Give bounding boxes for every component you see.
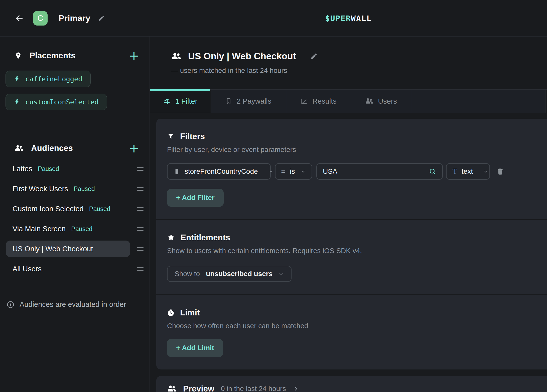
audience-row: Via Main Screen Paused <box>0 219 150 239</box>
tab-label: 2 Paywalls <box>237 97 271 105</box>
entitlements-section: Entitlements Show to users with certain … <box>156 219 547 294</box>
star-icon <box>167 234 175 242</box>
audience-item[interactable]: All Users <box>6 261 130 277</box>
value-input-wrap <box>316 163 443 180</box>
placement-chip[interactable]: customIconSelected <box>6 94 107 110</box>
add-filter-button[interactable]: + Add Filter <box>167 189 224 207</box>
chart-icon <box>300 97 308 105</box>
audience-label: First Week Users <box>13 185 68 193</box>
placement-chip[interactable]: caffeineLogged <box>6 71 91 87</box>
main-panel: US Only | Web Checkout — users matched i… <box>150 37 547 392</box>
logo-teal-part: $UPER <box>325 14 351 23</box>
tab-filter[interactable]: 1 Filter <box>150 90 211 113</box>
entitlements-title: Entitlements <box>181 233 230 242</box>
funnel-icon <box>167 133 175 140</box>
tab-paywalls[interactable]: 2 Paywalls <box>211 90 286 113</box>
drag-handle-icon[interactable] <box>137 167 144 171</box>
logo-white-part: WALL <box>351 14 372 23</box>
value-input[interactable] <box>323 167 424 175</box>
type-value: text <box>462 167 473 175</box>
show-to-dropdown[interactable]: Show to unsubscribed users <box>167 266 292 282</box>
tab-bar-filler <box>411 90 545 113</box>
audience-row: First Week Users Paused <box>0 179 150 199</box>
people-icon <box>365 98 373 105</box>
audience-row-selected: US Only | Web Checkout <box>0 239 150 259</box>
paused-badge: Paused <box>38 165 59 172</box>
top-bar: C Primary $UPERWALL <box>0 0 547 37</box>
audience-label: Lattes <box>13 165 32 173</box>
tab-label: Users <box>378 97 397 105</box>
tab-bar: 1 Filter 2 Paywalls Results Users <box>150 89 547 113</box>
drag-handle-icon[interactable] <box>137 247 144 251</box>
lightning-bolt-icon <box>14 98 20 105</box>
audience-label: All Users <box>13 265 42 273</box>
edit-pencil-icon[interactable] <box>310 53 318 60</box>
placements-title: Placements <box>30 51 75 60</box>
operator-value: is <box>290 167 295 175</box>
audience-item[interactable]: Via Main Screen Paused <box>6 221 130 237</box>
footnote-text: Audiences are evaluated in order <box>20 300 126 309</box>
drag-handle-icon[interactable] <box>137 187 144 191</box>
preview-count: 0 in the last 24 hours <box>221 385 286 392</box>
main-header: US Only | Web Checkout — users matched i… <box>150 37 547 75</box>
chevron-right-icon <box>293 385 299 392</box>
lightning-bolt-icon <box>14 75 20 82</box>
audience-item[interactable]: US Only | Web Checkout <box>6 241 130 257</box>
parameter-value: storeFrontCountryCode <box>185 167 258 175</box>
drag-handle-icon[interactable] <box>137 207 144 211</box>
drag-handle-icon[interactable] <box>137 267 144 271</box>
type-dropdown[interactable]: T text <box>446 163 490 180</box>
filters-section: Filters Filter by user, device or event … <box>156 119 547 219</box>
audience-label: Via Main Screen <box>13 225 66 233</box>
content-area: Filters Filter by user, device or event … <box>156 119 547 392</box>
matched-users-subtitle: — users matched in the last 24 hours <box>171 67 547 75</box>
audience-item[interactable]: Custom Icon Selected Paused <box>6 201 130 217</box>
people-icon <box>171 52 182 61</box>
audiences-title: Audiences <box>31 143 73 153</box>
chevron-down-icon <box>278 271 284 277</box>
audience-label: Custom Icon Selected <box>13 205 84 213</box>
placement-name: caffeineLogged <box>25 75 82 83</box>
parameter-dropdown[interactable]: storeFrontCountryCode <box>167 163 271 180</box>
info-icon <box>7 301 15 309</box>
filters-title: Filters <box>180 132 205 141</box>
avatar[interactable]: C <box>33 11 48 26</box>
placement-name: customIconSelected <box>25 98 99 106</box>
add-placement-button[interactable]: + <box>129 51 139 61</box>
paused-badge: Paused <box>71 225 92 233</box>
equals-icon: = <box>281 167 285 176</box>
filter-row: storeFrontCountryCode = is <box>167 163 542 180</box>
smartphone-icon <box>225 97 232 105</box>
add-audience-button[interactable]: + <box>129 143 139 153</box>
audience-item[interactable]: Lattes Paused <box>6 160 130 177</box>
text-type-icon: T <box>453 168 457 175</box>
back-arrow-icon[interactable] <box>15 14 24 23</box>
paused-badge: Paused <box>89 205 110 213</box>
edit-pencil-icon[interactable] <box>98 15 105 22</box>
preview-title: Preview <box>183 384 214 392</box>
show-to-value: unsubscribed users <box>206 270 272 278</box>
audience-title: US Only | Web Checkout <box>188 51 296 62</box>
chevron-down-icon <box>301 169 306 174</box>
drag-handle-icon[interactable] <box>137 227 144 231</box>
sidebar: Placements + caffeineLogged customIconSe… <box>0 37 150 392</box>
avatar-letter: C <box>38 14 43 23</box>
placements-header: Placements + <box>0 51 150 61</box>
search-icon <box>429 168 436 175</box>
chevron-down-icon <box>483 169 488 174</box>
split-arrows-icon <box>163 97 171 105</box>
audiences-footnote: Audiences are evaluated in order <box>7 300 126 309</box>
trash-icon[interactable] <box>496 167 504 175</box>
audience-row: Custom Icon Selected Paused <box>0 199 150 219</box>
operator-dropdown[interactable]: = is <box>275 163 312 180</box>
add-limit-button[interactable]: + Add Limit <box>167 339 223 357</box>
audience-item[interactable]: First Week Users Paused <box>6 180 130 197</box>
tab-label: Results <box>312 97 337 105</box>
tab-results[interactable]: Results <box>286 90 351 113</box>
preview-card[interactable]: Preview 0 in the last 24 hours <box>156 376 547 392</box>
people-icon <box>15 144 24 152</box>
audience-row: All Users <box>0 259 150 279</box>
audience-row: Lattes Paused <box>0 159 150 179</box>
page-title: Primary <box>59 13 90 23</box>
tab-users[interactable]: Users <box>351 90 411 113</box>
